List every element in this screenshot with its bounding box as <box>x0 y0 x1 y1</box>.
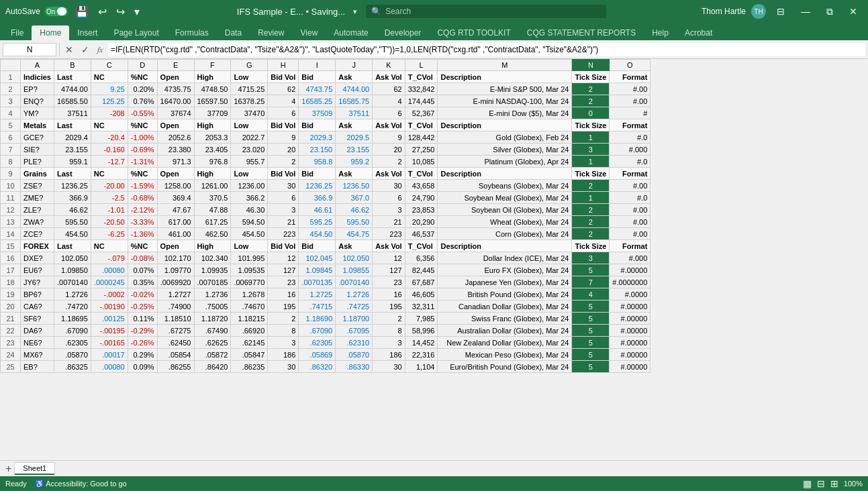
cell-M10[interactable]: Soybeans (Globex), Mar 24 <box>438 180 572 192</box>
cell-G17[interactable]: 1.09535 <box>231 264 268 276</box>
tab-help[interactable]: Help <box>644 25 677 40</box>
cell-G12[interactable]: 46.30 <box>231 204 268 216</box>
cell-G14[interactable]: 454.50 <box>231 228 268 240</box>
cell-O14[interactable]: #.00 <box>610 228 650 240</box>
cell-I13[interactable]: 595.25 <box>299 216 336 228</box>
cell-C24[interactable]: .00017 <box>91 349 128 361</box>
cell-I17[interactable]: 1.09845 <box>299 264 336 276</box>
table-row[interactable]: 13ZWA?595.50-20.50-3.33%617.00617.25594.… <box>1 216 650 228</box>
cell-F10[interactable]: 1261.00 <box>194 180 231 192</box>
cell-J8[interactable]: 959.2 <box>336 156 373 168</box>
cell-G6[interactable]: 2022.7 <box>231 131 268 144</box>
cell-A17[interactable]: EU6? <box>21 264 54 276</box>
cell-M7[interactable]: Silver (Globex), Mar 24 <box>438 144 572 156</box>
cell-L5[interactable]: T_CVol <box>405 119 438 131</box>
cell-J4[interactable]: 37511 <box>336 107 373 119</box>
cell-E15[interactable]: Open <box>157 240 194 252</box>
cell-G2[interactable]: 4715.25 <box>231 83 268 95</box>
table-row[interactable]: 4YM?37511-208-0.55%376743770937470637509… <box>1 107 650 119</box>
tab-acrobat[interactable]: Acrobat <box>677 25 720 40</box>
cell-G19[interactable]: 1.2678 <box>231 288 268 301</box>
cell-L12[interactable]: 23,853 <box>405 204 438 216</box>
cell-A18[interactable]: JY6? <box>21 276 54 288</box>
cell-C4[interactable]: -208 <box>91 107 128 119</box>
cell-H16[interactable]: 12 <box>268 252 299 264</box>
cell-B19[interactable]: 1.2726 <box>54 288 91 301</box>
table-row[interactable]: 14ZCE?454.50-6.25-1.36%461.00462.50454.5… <box>1 228 650 240</box>
cell-H9[interactable]: Bid Vol <box>268 168 299 180</box>
cell-O21[interactable]: #.00000 <box>610 313 650 325</box>
cell-I19[interactable]: 1.2725 <box>299 288 336 301</box>
cell-G24[interactable]: .05847 <box>231 349 268 361</box>
table-row[interactable]: 5MetalsLastNC%NCOpenHighLowBid VolBidAsk… <box>1 119 650 131</box>
cell-M16[interactable]: Dollar Index (ICE), Mar 24 <box>438 252 572 264</box>
cell-E7[interactable]: 23.380 <box>157 144 194 156</box>
cell-H18[interactable]: 23 <box>268 276 299 288</box>
cell-M6[interactable]: Gold (Globex), Feb 24 <box>438 131 572 144</box>
cell-C19[interactable]: -.0002 <box>91 288 128 301</box>
cell-N22[interactable]: 5 <box>572 325 610 337</box>
cell-I14[interactable]: 454.50 <box>299 228 336 240</box>
ribbon-toggle-button[interactable]: ⊟ <box>771 3 790 19</box>
cell-F19[interactable]: 1.2736 <box>194 288 231 301</box>
cell-C15[interactable]: NC <box>91 240 128 252</box>
cell-A9[interactable]: Grains <box>21 168 54 180</box>
cell-M3[interactable]: E-mini NASDAQ-100, Mar 24 <box>438 95 572 107</box>
cell-C7[interactable]: -0.160 <box>91 144 128 156</box>
col-header-e[interactable]: E <box>157 60 194 71</box>
cell-N3[interactable]: 2 <box>572 95 610 107</box>
cell-J9[interactable]: Ask <box>336 168 373 180</box>
cell-F13[interactable]: 617.25 <box>194 216 231 228</box>
cell-A22[interactable]: DA6? <box>21 325 54 337</box>
cell-B15[interactable]: Last <box>54 240 91 252</box>
cell-N18[interactable]: 7 <box>572 276 610 288</box>
cell-B16[interactable]: 102.050 <box>54 252 91 264</box>
cell-N9[interactable]: Tick Size <box>572 168 610 180</box>
cell-O16[interactable]: #.000 <box>610 252 650 264</box>
cell-K12[interactable]: 3 <box>373 204 405 216</box>
col-header-rownum[interactable] <box>1 60 21 71</box>
cell-E4[interactable]: 37674 <box>157 107 194 119</box>
cell-M21[interactable]: Swiss Franc (Globex), Mar 24 <box>438 313 572 325</box>
cell-A12[interactable]: ZLE? <box>21 204 54 216</box>
cell-O7[interactable]: #.000 <box>610 144 650 156</box>
cell-I10[interactable]: 1236.25 <box>299 180 336 192</box>
cell-G13[interactable]: 594.50 <box>231 216 268 228</box>
cell-K9[interactable]: Ask Vol <box>373 168 405 180</box>
col-header-f[interactable]: F <box>194 60 231 71</box>
cell-D19[interactable]: -0.02% <box>128 288 157 301</box>
col-header-j[interactable]: J <box>336 60 373 71</box>
cell-D5[interactable]: %NC <box>128 119 157 131</box>
cell-J12[interactable]: 46.62 <box>336 204 373 216</box>
cell-F22[interactable]: .67490 <box>194 325 231 337</box>
cell-O10[interactable]: #.00 <box>610 180 650 192</box>
cell-N7[interactable]: 3 <box>572 144 610 156</box>
cell-G7[interactable]: 23.020 <box>231 144 268 156</box>
cell-F16[interactable]: 102.340 <box>194 252 231 264</box>
cell-L8[interactable]: 10,085 <box>405 156 438 168</box>
cell-D20[interactable]: -0.25% <box>128 301 157 313</box>
cell-D15[interactable]: %NC <box>128 240 157 252</box>
cell-O3[interactable]: #.00 <box>610 95 650 107</box>
cell-B20[interactable]: .74720 <box>54 301 91 313</box>
cell-E16[interactable]: 102.170 <box>157 252 194 264</box>
cell-G20[interactable]: .74670 <box>231 301 268 313</box>
table-row[interactable]: 22DA6?.67090-.00195-0.29%.67275.67490.66… <box>1 325 650 337</box>
cell-A23[interactable]: NE6? <box>21 337 54 349</box>
cell-E24[interactable]: .05854 <box>157 349 194 361</box>
col-header-i[interactable]: I <box>299 60 336 71</box>
cell-J10[interactable]: 1236.50 <box>336 180 373 192</box>
cell-A19[interactable]: BP6? <box>21 288 54 301</box>
cell-I9[interactable]: Bid <box>299 168 336 180</box>
cell-D6[interactable]: -1.00% <box>128 131 157 144</box>
cell-F21[interactable]: 1.18720 <box>194 313 231 325</box>
cell-E10[interactable]: 1258.00 <box>157 180 194 192</box>
cell-M11[interactable]: Soybean Meal (Globex), Mar 24 <box>438 192 572 204</box>
cell-N2[interactable]: 2 <box>572 83 610 95</box>
cell-A2[interactable]: EP? <box>21 83 54 95</box>
cell-M4[interactable]: E-mini Dow ($5), Mar 24 <box>438 107 572 119</box>
cell-N21[interactable]: 5 <box>572 313 610 325</box>
cell-F4[interactable]: 37709 <box>194 107 231 119</box>
cell-E19[interactable]: 1.2727 <box>157 288 194 301</box>
cell-O17[interactable]: #.00000 <box>610 264 650 276</box>
